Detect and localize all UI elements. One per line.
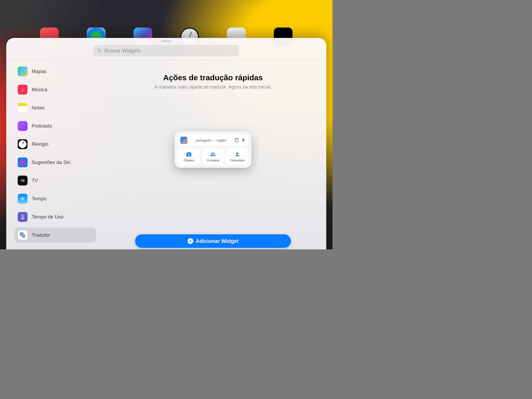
sidebar-item-siri[interactable]: Sugestões da Siri bbox=[15, 155, 96, 170]
siri-icon bbox=[18, 157, 28, 167]
plus-icon: + bbox=[188, 238, 193, 244]
sidebar-item-tv[interactable]: tv TV bbox=[15, 173, 96, 188]
sidebar-item-label: Podcasts bbox=[32, 123, 52, 129]
page-subtitle: A maneira mais rápida de traduzir. Agora… bbox=[154, 84, 271, 90]
paste-icon bbox=[234, 138, 239, 143]
sidebar-item-label: TV bbox=[32, 178, 38, 183]
clock-icon bbox=[18, 139, 28, 149]
sidebar-item-label: Tempo de Uso bbox=[32, 214, 64, 220]
microphone-icon bbox=[241, 138, 246, 143]
search-placeholder: Buscar Widgets bbox=[104, 48, 141, 54]
widget-preview[interactable]: português → inglês Câmera Conversa bbox=[175, 131, 251, 168]
page-title: Ações de tradução rápidas bbox=[163, 73, 263, 82]
svg-text:G: G bbox=[21, 233, 22, 236]
sidebar-item-music[interactable]: ♪ Música bbox=[15, 82, 96, 97]
widget-action-label: Transcrição bbox=[230, 159, 245, 162]
weather-icon: ☀ bbox=[18, 194, 28, 204]
sidebar: Mapas ♪ Música Notas Podcasts Relógio Su… bbox=[6, 60, 100, 249]
widget-action-conversation: Conversa bbox=[202, 149, 224, 165]
widget-gallery-sheet: Buscar Widgets Mapas ♪ Música Notas Podc… bbox=[6, 38, 326, 249]
podcasts-icon bbox=[18, 121, 28, 131]
sidebar-item-label: Mapas bbox=[32, 69, 46, 74]
sidebar-item-label: Sugestões da Siri bbox=[32, 159, 70, 165]
google-translate-icon bbox=[180, 137, 188, 144]
widget-language-bar: português → inglês bbox=[178, 135, 248, 146]
search-icon bbox=[97, 48, 102, 53]
widget-action-label: Conversa bbox=[207, 159, 219, 162]
sidebar-item-label: Notas bbox=[32, 105, 45, 111]
search-input[interactable]: Buscar Widgets bbox=[94, 45, 239, 56]
sidebar-item-label: Tempo bbox=[32, 196, 46, 202]
sidebar-item-label: Tradutor bbox=[32, 232, 50, 238]
add-widget-button[interactable]: + Adicionar Widget bbox=[135, 234, 291, 248]
sidebar-item-label: Música bbox=[32, 87, 47, 92]
sidebar-item-label: Relógio bbox=[32, 141, 48, 147]
people-icon bbox=[210, 151, 216, 157]
screentime-icon: ⌛ bbox=[18, 212, 28, 222]
camera-icon bbox=[186, 151, 192, 157]
sidebar-item-clock[interactable]: Relógio bbox=[15, 137, 96, 152]
tv-icon: tv bbox=[18, 176, 28, 185]
widget-action-transcription: Transcrição bbox=[226, 149, 248, 165]
sidebar-item-maps[interactable]: Mapas bbox=[15, 64, 96, 79]
sheet-grabber[interactable] bbox=[161, 41, 171, 42]
translator-icon: G bbox=[18, 230, 28, 240]
maps-icon bbox=[18, 66, 28, 76]
sidebar-item-translator[interactable]: G Tradutor bbox=[15, 228, 96, 243]
add-widget-label: Adicionar Widget bbox=[196, 238, 238, 244]
sidebar-item-screentime[interactable]: ⌛ Tempo de Uso bbox=[15, 209, 96, 224]
widget-action-camera: Câmera bbox=[178, 149, 200, 165]
widget-action-label: Câmera bbox=[184, 159, 194, 162]
transcribe-icon bbox=[234, 151, 240, 157]
notes-icon bbox=[18, 103, 28, 113]
sidebar-item-weather[interactable]: ☀ Tempo bbox=[15, 191, 96, 206]
widget-detail-pane: Ações de tradução rápidas A maneira mais… bbox=[100, 60, 326, 249]
sidebar-item-notes[interactable]: Notas bbox=[15, 100, 96, 115]
widget-language-pair: português → inglês bbox=[190, 138, 232, 142]
music-icon: ♪ bbox=[18, 85, 28, 95]
sidebar-item-podcasts[interactable]: Podcasts bbox=[15, 118, 96, 134]
